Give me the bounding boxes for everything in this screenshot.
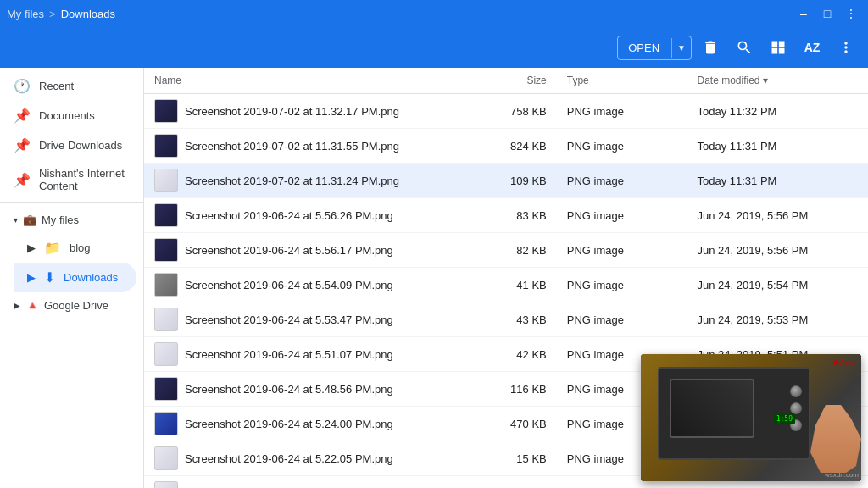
video-player: 1:59 ★Arts wsxdn.com [641, 354, 861, 481]
minimize-button[interactable]: – [793, 3, 814, 24]
sidebar-item-nishant[interactable]: 📌 Nishant's Internet Content [0, 160, 136, 199]
file-type: PNG image [557, 94, 687, 129]
sidebar-documents-label: Documents [39, 109, 95, 122]
table-row[interactable]: Screenshot 2019-06-24 at 5.53.47 PM.png … [144, 302, 868, 337]
window-controls: – □ ⋮ [793, 3, 861, 24]
documents-icon: 📌 [14, 108, 31, 124]
maximize-button[interactable]: □ [817, 3, 837, 24]
file-name-cell: Screenshot 2019-06-24 at 5.54.09 PM.png [144, 268, 470, 302]
grid-view-button[interactable] [763, 32, 793, 63]
gdrive-chevron-icon: ▶ [14, 301, 20, 310]
file-icon [154, 446, 178, 470]
file-name-cell: Screenshot 2019-06-24 at 5.53.47 PM.png [144, 302, 470, 337]
file-icon [154, 169, 178, 192]
file-name: Screenshot 2019-06-24 at 5.22.05 PM.png [185, 452, 393, 465]
file-name-cell: Screenshot 2019-06-24 at 5.24.00 PM.png [144, 407, 470, 441]
open-label[interactable]: OPEN [618, 36, 670, 59]
sidebar-drive-label: Drive Downloads [39, 139, 122, 152]
search-button[interactable] [729, 32, 760, 63]
file-name: Screenshot 2019-06-24 at 5.24.00 PM.png [185, 418, 393, 430]
file-size: 758 KB [470, 94, 556, 129]
open-button-group[interactable]: OPEN ▼ [617, 36, 692, 60]
table-row[interactable]: Screenshot 2019-06-24 at 5.54.09 PM.png … [144, 268, 868, 302]
file-type: PNG image [557, 129, 687, 164]
file-type: PNG image [557, 164, 687, 198]
file-size: 15 KB [470, 441, 556, 476]
myfiles-folder-icon: 💼 [23, 214, 36, 226]
col-header-type: Type [557, 68, 687, 94]
downloads-folder-icon: ⬇ [44, 269, 55, 286]
breadcrumb-root[interactable]: My files [7, 8, 44, 20]
sidebar: 🕐 Recent 📌 Documents 📌 Drive Downloads 📌… [0, 68, 144, 488]
blog-folder-icon: 📁 [44, 240, 61, 256]
col-header-size[interactable]: Size [470, 68, 556, 94]
file-size: 116 KB [470, 372, 556, 407]
breadcrumb: My files > Downloads [7, 8, 115, 20]
sidebar-blog-label: blog [70, 241, 91, 254]
gdrive-icon: 🔺 [25, 299, 39, 312]
breadcrumb-separator: > [49, 8, 56, 20]
sidebar-divider [0, 202, 143, 203]
table-row[interactable]: Screenshot 2019-07-02 at 11.31.55 PM.png… [144, 129, 868, 164]
video-scene: 1:59 ★Arts [641, 354, 861, 481]
file-name: Screenshot 2019-06-24 at 5.54.09 PM.png [185, 279, 393, 291]
table-row[interactable]: Screenshot 2019-07-02 at 11.31.24 PM.png… [144, 164, 868, 198]
hand [810, 405, 861, 473]
file-name-cell: Screenshot 2019-06-24 at 5.22.05 PM.png [144, 441, 470, 476]
file-name: Screenshot 2019-07-02 at 11.31.55 PM.png [185, 140, 399, 152]
file-icon [154, 273, 178, 297]
table-row[interactable]: Screenshot 2019-06-24 at 5.56.17 PM.png … [144, 233, 868, 268]
file-size: 41 KB [470, 268, 556, 302]
file-name: Screenshot 2019-06-24 at 5.48.56 PM.png [185, 383, 393, 396]
file-name: Screenshot 2019-06-24 at 5.56.26 PM.png [185, 209, 393, 222]
file-name-cell: Screenshot 2019-06-24 at 5.21.39 PM.png [144, 476, 470, 489]
title-bar: My files > Downloads – □ ⋮ [0, 0, 868, 27]
oven-display: 1:59 [774, 413, 795, 424]
sidebar-googledrive-section[interactable]: ▶ 🔺 Google Drive [0, 292, 143, 319]
file-name: Screenshot 2019-06-24 at 5.56.17 PM.png [185, 244, 393, 257]
file-name-cell: Screenshot 2019-07-02 at 11.31.55 PM.png [144, 129, 470, 164]
file-name-cell: Screenshot 2019-06-24 at 5.51.07 PM.png [144, 337, 470, 372]
file-type: PNG image [557, 268, 687, 302]
file-date: Today 11:31 PM [687, 164, 868, 198]
table-row[interactable]: Screenshot 2019-07-02 at 11.32.17 PM.png… [144, 94, 868, 129]
table-row[interactable]: Screenshot 2019-06-24 at 5.56.26 PM.png … [144, 198, 868, 233]
sidebar-myfiles-sub: ▶ 📁 blog ▶ ⬇ Downloads [0, 233, 143, 292]
file-size: 83 KB [470, 198, 556, 233]
sidebar-downloads-label: Downloads [64, 271, 118, 284]
file-date: Today 11:32 PM [687, 94, 868, 129]
sort-button[interactable]: AZ [797, 32, 827, 63]
sidebar-myfiles-section[interactable]: ▾ 💼 My files [0, 207, 143, 233]
file-size: 31 KB [470, 476, 556, 489]
more-button[interactable]: ⋮ [841, 3, 861, 24]
file-icon [154, 238, 178, 262]
myfiles-chevron-icon: ▾ [14, 215, 18, 225]
file-date: Jun 24, 2019, 5:54 PM [687, 268, 868, 302]
file-table-header: Name Size Type Date modified ▾ [144, 68, 868, 94]
col-header-date[interactable]: Date modified ▾ [687, 68, 868, 94]
downloads-chevron-icon: ▶ [27, 271, 36, 284]
watermark: wsxdn.com [825, 471, 859, 479]
sidebar-item-documents[interactable]: 📌 Documents [0, 101, 136, 130]
file-type: PNG image [557, 233, 687, 268]
file-size: 109 KB [470, 164, 556, 198]
file-type: PNG image [557, 198, 687, 233]
file-name-cell: Screenshot 2019-06-24 at 5.56.17 PM.png [144, 233, 470, 268]
file-icon [154, 377, 178, 401]
recent-icon: 🕐 [14, 78, 31, 94]
col-header-name[interactable]: Name [144, 68, 470, 94]
sidebar-item-downloads[interactable]: ▶ ⬇ Downloads [14, 263, 136, 292]
sidebar-item-blog[interactable]: ▶ 📁 blog [14, 233, 136, 263]
more-options-button[interactable] [831, 32, 861, 63]
sidebar-item-recent[interactable]: 🕐 Recent [0, 71, 136, 101]
sidebar-gdrive-label: Google Drive [44, 299, 108, 312]
file-name: Screenshot 2019-07-02 at 11.31.24 PM.png [185, 175, 399, 187]
file-name: Screenshot 2019-06-24 at 5.53.47 PM.png [185, 313, 393, 326]
delete-button[interactable] [695, 32, 726, 63]
oven-knobs: 1:59 [790, 385, 802, 431]
video-overlay[interactable]: 1:59 ★Arts wsxdn.com [641, 354, 861, 481]
blog-chevron-icon: ▶ [27, 241, 36, 254]
sidebar-item-drive-downloads[interactable]: 📌 Drive Downloads [0, 130, 136, 160]
open-dropdown-arrow[interactable]: ▼ [671, 38, 691, 58]
knob-2 [790, 402, 802, 414]
